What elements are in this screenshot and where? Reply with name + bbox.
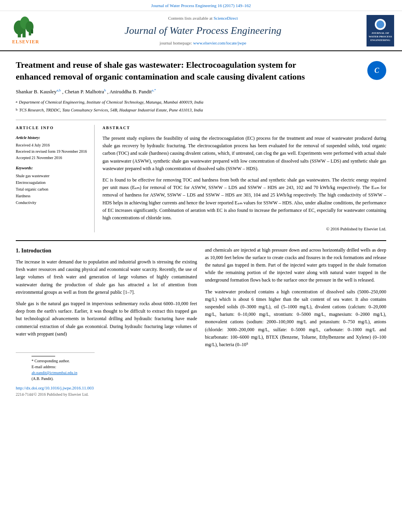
article-container: C Treatment and reuse of shale gas waste… — [0, 51, 402, 240]
footnote-corresponding: * Corresponding author. — [32, 358, 79, 364]
author1-sup: a,b — [57, 88, 61, 92]
copyright-notice: © 2016 Published by Elsevier Ltd. — [102, 226, 386, 232]
crossmark-container: C — [367, 61, 386, 80]
journal-homepage-link[interactable]: www.elsevier.com/locate/jwpe — [193, 41, 246, 45]
keywords-section: Keywords: Shale gas wastewater Electroco… — [16, 165, 88, 206]
keyword-3: Total organic carbon — [16, 186, 88, 193]
elsevier-logo: ELSEVIER — [8, 16, 43, 45]
sciencedirect-link[interactable]: ScienceDirect — [214, 16, 238, 20]
affil-a: a Department of Chemical Engineering, In… — [16, 99, 386, 106]
abstract-p1: The present study explores the feasibili… — [102, 135, 386, 172]
author3-name: , Aniruddha B. Pandit — [107, 89, 152, 95]
article-info-abstract: ARTICLE INFO Article history: Received 4… — [16, 120, 386, 232]
accepted-date: Accepted 21 November 2016 — [16, 155, 88, 161]
intro-para-2: Shale gas is the natural gas trapped in … — [16, 300, 197, 338]
keyword-2: Electrocoagulation — [16, 179, 88, 186]
body-columns: 1. Introduction The increase in water de… — [0, 247, 402, 352]
doi-link[interactable]: http://dx.doi.org/10.1016/j.jwpe.2016.11… — [16, 385, 386, 391]
article-title: Treatment and reuse of shale gas wastewa… — [16, 59, 315, 83]
journal-homepage-line: journal homepage: www.elsevier.com/locat… — [43, 40, 363, 46]
footnote-email-link[interactable]: ab.pandit@ictmumbai.edu.in — [32, 371, 77, 375]
abstract-column: ABSTRACT The present study explores the … — [102, 125, 386, 232]
crossmark-icon: C — [367, 61, 386, 80]
citation-text: Journal of Water Process Engineering 16 … — [151, 3, 251, 8]
journal-logo-circle — [375, 19, 386, 30]
keyword-5: Conductivity — [16, 199, 88, 206]
keyword-1: Shale gas wastewater — [16, 172, 88, 179]
intro-para-1: The increase in water demand due to popu… — [16, 258, 197, 296]
keywords-label: Keywords: — [16, 165, 88, 171]
svg-rect-6 — [31, 30, 33, 33]
abstract-title: ABSTRACT — [102, 125, 386, 131]
abstract-p2: EC is found to be effective for removing… — [102, 176, 386, 222]
footnote-email-line: E-mail address: ab.pandit@ictmumbai.edu.… — [32, 364, 79, 382]
journal-logo-text: JOURNAL OFWATER PROCESSENGINEERING — [368, 32, 392, 42]
journal-logo-box: JOURNAL OFWATER PROCESSENGINEERING — [363, 15, 394, 46]
intro-para-3: and chemicals are injected at high press… — [205, 247, 386, 284]
affil-b: b TCS Research, TRDDC, Tata Consultancy … — [16, 107, 386, 114]
author1-name: Shankar B. Kausley — [16, 89, 57, 95]
svg-text:C: C — [374, 67, 380, 74]
header-center: Contents lists available at ScienceDirec… — [43, 15, 363, 46]
section1-number: 1. — [16, 248, 20, 254]
journal-header: ELSEVIER Contents lists available at Sci… — [0, 11, 402, 51]
revised-date: Received in revised form 19 November 201… — [16, 148, 88, 155]
contents-available: Contents lists available at ScienceDirec… — [43, 15, 363, 22]
author2-sup: b — [104, 88, 106, 92]
elsevier-tree-icon — [14, 16, 37, 37]
body-left-col: 1. Introduction The increase in water de… — [16, 247, 197, 352]
article-history-label: Article history: — [16, 135, 88, 141]
article-history: Article history: Received 4 July 2016 Re… — [16, 135, 88, 161]
received-date: Received 4 July 2016 — [16, 142, 88, 148]
top-citation-bar: Journal of Water Process Engineering 16 … — [0, 0, 402, 11]
journal-logo: JOURNAL OFWATER PROCESSENGINEERING — [367, 15, 394, 46]
body-right-col: and chemicals are injected at high press… — [205, 247, 386, 352]
affiliations: a Department of Chemical Engineering, In… — [16, 99, 386, 113]
svg-rect-5 — [29, 31, 31, 35]
elsevier-brand-text: ELSEVIER — [12, 38, 39, 45]
section1-heading: 1. Introduction — [16, 247, 197, 255]
footnote-section: * Corresponding author. E-mail address: … — [16, 352, 95, 383]
article-info-title: ARTICLE INFO — [16, 125, 88, 131]
thick-divider — [16, 240, 386, 241]
intro-para-4: The wastewater produced contains a high … — [205, 288, 386, 349]
article-info-column: ARTICLE INFO Article history: Received 4… — [16, 125, 95, 232]
keyword-4: Hardness — [16, 193, 88, 199]
author3-sup: a,* — [152, 88, 156, 92]
issn-line: 2214-7144/© 2016 Published by Elsevier L… — [16, 391, 386, 397]
authors-line: Shankar B. Kausleya,b , Chetan P. Malhot… — [16, 88, 386, 96]
author2-name: , Chetan P. Malhotra — [62, 89, 104, 95]
doi-section: http://dx.doi.org/10.1016/j.jwpe.2016.11… — [0, 383, 402, 402]
journal-title-header: Journal of Water Process Engineering — [43, 23, 363, 38]
